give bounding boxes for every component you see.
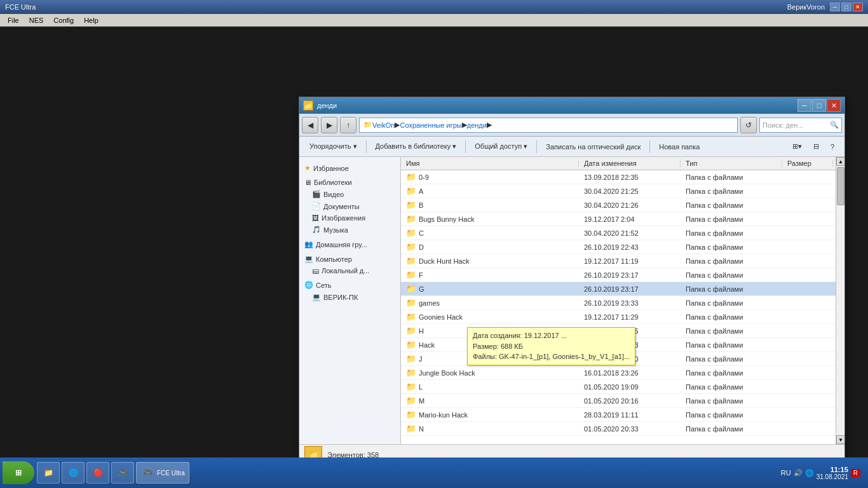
taskbar-icon-2: 🔴 — [91, 466, 105, 480]
toolbar-pane-toggle[interactable]: ⊟ — [808, 140, 824, 152]
sidebar-item-homegroup[interactable]: 👥 Домашняя гру... — [299, 238, 400, 250]
file-type-cell: Папка с файлами — [681, 271, 782, 279]
toolbar-burn[interactable]: Записать на оптический диск — [541, 141, 646, 152]
file-type-cell: Папка с файлами — [681, 257, 782, 265]
explorer-window-controls: ─ □ ✕ — [797, 99, 841, 112]
sidebar-item-verik-pc[interactable]: 💻 ВЕРИК-ПК — [299, 291, 400, 303]
col-header-name[interactable]: Имя — [401, 159, 579, 167]
taskbar-item-0[interactable]: 📁 — [37, 462, 60, 484]
table-row[interactable]: 📁 Jungle Book Hack 16.01.2018 23:26 Папк… — [401, 366, 836, 380]
taskbar-icon-1: 🌐 — [66, 466, 80, 480]
sidebar-item-network[interactable]: 🌐 Сеть — [299, 279, 400, 291]
sidebar-item-computer[interactable]: 💻 Компьютер — [299, 253, 400, 265]
folder-icon: 📁 — [406, 172, 416, 182]
sidebar-item-local-disk[interactable]: 🖴 Локальный д... — [299, 265, 400, 276]
explorer-minimize-button[interactable]: ─ — [797, 99, 811, 112]
file-type-cell: Папка с файлами — [681, 369, 782, 377]
file-name-cell: 📁 N — [401, 424, 579, 433]
toolbar-help[interactable]: ? — [825, 141, 839, 152]
file-type-cell: Папка с файлами — [681, 355, 782, 363]
fce-maximize-button[interactable]: □ — [841, 3, 851, 11]
file-name-cell: 📁 Jungle Book Hack — [401, 368, 579, 377]
explorer-maximize-button[interactable]: □ — [812, 99, 826, 112]
file-name-cell: 📁 A — [401, 186, 579, 196]
table-row[interactable]: 📁 B 30.04.2020 21:26 Папка с файлами — [401, 198, 836, 212]
documents-icon: 📄 — [312, 202, 321, 210]
file-type-cell: Папка с файлами — [681, 341, 782, 349]
menu-help[interactable]: Help — [79, 15, 104, 25]
menu-nes[interactable]: NES — [24, 15, 49, 25]
sidebar-item-libraries[interactable]: 🖥 Библиотеки — [299, 177, 400, 188]
sidebar-computer-section: 💻 Компьютер 🖴 Локальный д... — [299, 253, 400, 276]
table-row[interactable]: 📁 F 26.10.2019 23:17 Папка с файлами — [401, 268, 836, 282]
col-header-type[interactable]: Тип — [681, 159, 782, 167]
table-row[interactable]: 📁 Mario-kun Hack 28.03.2019 11:11 Папка … — [401, 408, 836, 422]
col-header-date[interactable]: Дата изменения — [579, 159, 681, 167]
sidebar-item-video[interactable]: 🎬 Видео — [299, 188, 400, 200]
toolbar: Упорядочить ▾ Добавить в библиотеку ▾ Об… — [299, 137, 844, 157]
scrollbar-thumb[interactable] — [837, 167, 844, 205]
scroll-up-button[interactable]: ▲ — [836, 157, 844, 166]
table-row[interactable]: 📁 M 01.05.2020 20:16 Папка с файлами — [401, 394, 836, 408]
file-name-cell: 📁 0-9 — [401, 172, 579, 182]
breadcrumb-part3: денди — [467, 121, 487, 129]
file-type-cell: Папка с файлами — [681, 299, 782, 307]
taskbar-item-1[interactable]: 🌐 — [62, 462, 85, 484]
menu-file[interactable]: File — [3, 15, 24, 25]
menu-config[interactable]: Config — [48, 15, 79, 25]
sidebar-item-documents[interactable]: 📄 Документы — [299, 200, 400, 212]
file-name-text: C — [419, 229, 424, 237]
file-date-cell: 16.01.2018 23:26 — [579, 369, 681, 377]
scroll-down-button[interactable]: ▼ — [836, 435, 844, 444]
start-button[interactable]: ⊞ — [3, 461, 34, 484]
table-row[interactable]: 📁 L 01.05.2020 19:09 Папка с файлами — [401, 380, 836, 394]
taskbar-item-fceux[interactable]: 🎮 FCE Ultra — [136, 462, 189, 484]
nav-back-button[interactable]: ◀ — [302, 117, 318, 133]
table-row[interactable]: 📁 Bugs Bunny Hack 19.12.2017 2:04 Папка … — [401, 212, 836, 226]
search-box[interactable]: Поиск: ден... 🔍 — [759, 118, 842, 133]
file-name-text: D — [419, 243, 424, 251]
file-name-cell: 📁 D — [401, 242, 579, 252]
refresh-button[interactable]: ↺ — [740, 117, 757, 133]
table-row[interactable]: 📁 games 26.10.2019 23:33 Папка с файлами — [401, 296, 836, 310]
main-area: 📁 денди ─ □ ✕ ◀ ▶ ↑ 📁 VeikOn ▶ Сохраненн… — [0, 27, 868, 458]
explorer-close-button[interactable]: ✕ — [827, 99, 841, 112]
tray-icon1: 🔊 — [794, 469, 803, 477]
table-row[interactable]: 📁 D 26.10.2019 22:43 Папка с файлами — [401, 240, 836, 254]
nav-up-button[interactable]: ↑ — [340, 117, 356, 133]
toolbar-add-library[interactable]: Добавить в библиотеку ▾ — [370, 140, 462, 152]
table-row[interactable]: 📁 C 30.04.2020 21:52 Папка с файлами — [401, 226, 836, 240]
table-row[interactable]: 📁 G 26.10.2019 23:17 Папка с файлами — [401, 282, 836, 296]
file-name-cell: 📁 Mario-kun Hack — [401, 410, 579, 419]
sidebar-item-images[interactable]: 🖼 Изображения — [299, 212, 400, 224]
taskbar-icon-fceux: 🎮 — [140, 466, 154, 480]
col-header-size[interactable]: Размер — [782, 159, 833, 167]
table-row[interactable]: 📁 0-9 13.09.2018 22:35 Папка с файлами — [401, 170, 836, 184]
table-row[interactable]: 📁 Duck Hunt Hack 19.12.2017 11:19 Папка … — [401, 254, 836, 268]
sidebar-verikpc-label: ВЕРИК-ПК — [323, 294, 358, 301]
nav-forward-button[interactable]: ▶ — [321, 117, 337, 133]
sidebar-network-label: Сеть — [316, 281, 331, 289]
star-icon: ★ — [304, 164, 311, 172]
address-path[interactable]: 📁 VeikOn ▶ Сохраненные игры ▶ денди ▶ — [359, 118, 738, 133]
libraries-icon: 🖥 — [304, 179, 311, 186]
sidebar-item-favorites[interactable]: ★ Избранное — [299, 162, 400, 174]
sidebar-network-section: 🌐 Сеть 💻 ВЕРИК-ПК — [299, 279, 400, 303]
table-row[interactable]: 📁 A 30.04.2020 21:25 Папка с файлами — [401, 184, 836, 198]
table-row[interactable]: 📁 Goonies Hack 19.12.2017 11:29 Папка с … — [401, 310, 836, 324]
taskbar-item-2[interactable]: 🔴 — [86, 462, 109, 484]
search-icon: 🔍 — [830, 121, 839, 129]
fce-minimize-button[interactable]: ─ — [830, 3, 840, 11]
table-row[interactable]: 📁 N 01.05.2020 20:33 Папка с файлами — [401, 422, 836, 436]
scrollbar[interactable]: ▲ ▼ — [836, 157, 844, 444]
toolbar-share[interactable]: Общий доступ ▾ — [470, 140, 532, 152]
toolbar-organize[interactable]: Упорядочить ▾ — [304, 140, 362, 152]
pc-icon: 💻 — [312, 293, 321, 301]
file-date-cell: 26.10.2019 23:17 — [579, 271, 681, 279]
taskbar-item-3[interactable]: 🎮 — [111, 462, 134, 484]
fce-close-button[interactable]: ✕ — [853, 3, 863, 11]
file-type-cell: Папка с файлами — [681, 243, 782, 251]
toolbar-view-toggle[interactable]: ⊞▾ — [787, 140, 807, 152]
sidebar-item-music[interactable]: 🎵 Музыка — [299, 224, 400, 236]
toolbar-new-folder[interactable]: Новая папка — [654, 141, 705, 152]
